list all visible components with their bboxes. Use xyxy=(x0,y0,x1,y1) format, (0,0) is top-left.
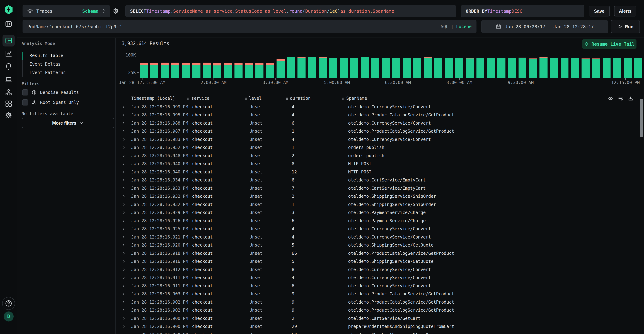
histogram-bar[interactable] xyxy=(329,54,337,78)
histogram-bar[interactable] xyxy=(308,54,316,78)
row-expand-chevron-icon[interactable] xyxy=(122,113,125,117)
sql-orderby-input[interactable]: ORDER BY Timestamp DESC xyxy=(461,5,584,17)
histogram-bar[interactable] xyxy=(466,54,474,78)
histogram-bar[interactable] xyxy=(634,54,642,78)
table-row[interactable]: Jan 28 12:28:16.987 PMcheckoutUnset1otel… xyxy=(122,127,637,136)
row-expand-chevron-icon[interactable] xyxy=(122,202,125,207)
histogram-bar[interactable] xyxy=(476,54,484,78)
settings-gear-icon[interactable] xyxy=(5,111,12,119)
search-nav-icon[interactable] xyxy=(2,35,15,46)
table-row[interactable]: Jan 28 12:28:16.916 PMcheckoutUnset5otel… xyxy=(122,258,637,266)
histogram-bar[interactable] xyxy=(298,54,306,78)
histogram-bar[interactable] xyxy=(455,54,464,78)
histogram-bar[interactable] xyxy=(392,54,400,78)
histogram-bar[interactable] xyxy=(529,54,537,78)
denoise-results-checkbox-row[interactable]: Denoise Results xyxy=(22,89,79,95)
histogram-bar[interactable] xyxy=(350,54,358,78)
row-expand-chevron-icon[interactable] xyxy=(122,194,125,198)
chart-explorer-icon[interactable] xyxy=(5,50,12,57)
row-expand-chevron-icon[interactable] xyxy=(122,170,125,174)
row-expand-chevron-icon[interactable] xyxy=(122,154,125,158)
row-expand-chevron-icon[interactable] xyxy=(122,219,125,223)
root-spans-checkbox-row[interactable]: Root Spans Only xyxy=(22,99,79,105)
histogram-bar[interactable] xyxy=(487,54,495,78)
histogram-bar[interactable] xyxy=(434,54,442,78)
dashboards-grid-icon[interactable] xyxy=(5,100,12,108)
row-expand-chevron-icon[interactable] xyxy=(122,333,125,334)
column-drag-grip-icon[interactable] xyxy=(187,96,190,100)
table-row[interactable]: Jan 28 12:28:16.900 PMcheckoutUnset50ote… xyxy=(122,331,637,334)
row-expand-chevron-icon[interactable] xyxy=(122,137,125,142)
table-row[interactable]: Jan 28 12:28:16.925 PMcheckoutUnset4otel… xyxy=(122,225,637,233)
collapse-sidebar-icon[interactable] xyxy=(5,20,12,28)
histogram-bar[interactable] xyxy=(161,54,169,78)
table-row[interactable]: Jan 28 12:28:16.903 PMcheckoutUnset9otel… xyxy=(122,290,637,298)
root-spans-checkbox[interactable] xyxy=(22,99,28,105)
row-expand-chevron-icon[interactable] xyxy=(122,251,125,256)
histogram-bar[interactable] xyxy=(256,54,264,78)
run-button[interactable]: Run xyxy=(611,20,640,33)
table-row[interactable]: Jan 28 12:28:16.920 PMcheckoutUnset5otel… xyxy=(122,241,637,249)
row-expand-chevron-icon[interactable] xyxy=(122,162,125,166)
row-expand-chevron-icon[interactable] xyxy=(122,105,125,109)
histogram-bar[interactable] xyxy=(192,54,200,78)
table-row[interactable]: Jan 28 12:28:16.940 PMcheckoutUnset12HTT… xyxy=(122,168,637,176)
row-expand-chevron-icon[interactable] xyxy=(122,300,125,304)
histogram-bar[interactable] xyxy=(498,54,506,78)
sql-select-input[interactable]: SELECT Timestamp, ServiceName as service… xyxy=(125,5,456,17)
row-expand-chevron-icon[interactable] xyxy=(122,121,125,125)
table-row[interactable]: Jan 28 12:28:16.911 PMcheckoutUnset6otel… xyxy=(122,282,637,290)
histogram-bar[interactable] xyxy=(550,54,558,78)
alerts-button[interactable]: Alerts xyxy=(614,6,636,16)
hyperdx-logo-icon[interactable] xyxy=(4,5,14,15)
table-row[interactable]: Jan 28 12:28:16.940 PMcheckoutUnset8HTTP… xyxy=(122,160,637,168)
histogram-bar[interactable] xyxy=(276,54,284,78)
histogram-bar[interactable] xyxy=(624,54,632,78)
histogram-bar[interactable] xyxy=(413,54,421,78)
histogram-bar[interactable] xyxy=(603,54,611,78)
histogram-bar[interactable] xyxy=(140,54,148,78)
table-row[interactable]: Jan 28 12:28:16.933 PMcheckoutUnset7otel… xyxy=(122,184,637,192)
table-row[interactable]: Jan 28 12:28:16.900 PMcheckoutUnset2otel… xyxy=(122,314,637,323)
table-row[interactable]: Jan 28 12:28:16.952 PMcheckoutUnset1orde… xyxy=(122,144,637,152)
table-row[interactable]: Jan 28 12:28:16.948 PMcheckoutUnset2orde… xyxy=(122,152,637,160)
histogram-bar[interactable] xyxy=(287,54,295,78)
denoise-checkbox[interactable] xyxy=(22,89,28,95)
time-range-picker[interactable]: Jan 28 00:28:17 - Jan 28 12:28:17 xyxy=(481,20,608,33)
column-header-spanname[interactable]: SpanName xyxy=(342,96,604,101)
help-icon[interactable] xyxy=(2,297,15,310)
histogram-bar[interactable] xyxy=(518,54,526,78)
column-header-timestamp-local-[interactable]: Timestamp (Local) xyxy=(131,96,190,101)
column-header-level[interactable]: level xyxy=(244,96,286,101)
table-row[interactable]: Jan 28 12:28:16.988 PMcheckoutUnset6otel… xyxy=(122,119,637,127)
histogram-bar[interactable] xyxy=(171,54,179,78)
row-expand-chevron-icon[interactable] xyxy=(122,276,125,280)
histogram-bar[interactable] xyxy=(592,54,600,78)
row-expand-chevron-icon[interactable] xyxy=(122,178,125,182)
language-lucene-toggle[interactable]: Lucene xyxy=(456,24,472,29)
language-sql-toggle[interactable]: SQL xyxy=(441,24,448,29)
sessions-laptop-icon[interactable] xyxy=(5,76,12,83)
row-expand-chevron-icon[interactable] xyxy=(122,308,125,312)
row-expand-chevron-icon[interactable] xyxy=(122,210,125,215)
table-row[interactable]: Jan 28 12:28:16.983 PMcheckoutUnset4otel… xyxy=(122,135,637,144)
histogram-bar[interactable] xyxy=(508,54,516,78)
histogram-bar[interactable] xyxy=(382,54,390,78)
column-drag-grip-icon[interactable] xyxy=(244,96,247,100)
histogram-bar[interactable] xyxy=(150,54,158,78)
table-row[interactable]: Jan 28 12:28:16.932 PMcheckoutUnset1otel… xyxy=(122,200,637,209)
row-expand-chevron-icon[interactable] xyxy=(122,186,125,190)
row-expand-chevron-icon[interactable] xyxy=(122,235,125,239)
source-selector[interactable]: Traces Schema xyxy=(22,5,110,17)
row-expand-chevron-icon[interactable] xyxy=(122,268,125,272)
table-row[interactable]: Jan 28 12:28:16.995 PMcheckoutUnset4otel… xyxy=(122,111,637,119)
row-expand-chevron-icon[interactable] xyxy=(122,292,125,296)
table-row[interactable]: Jan 28 12:28:16.902 PMcheckoutUnset9otel… xyxy=(122,298,637,306)
vertical-scrollbar[interactable] xyxy=(640,99,643,137)
histogram-bar[interactable] xyxy=(213,54,222,78)
row-expand-chevron-icon[interactable] xyxy=(122,227,125,231)
user-avatar[interactable]: D xyxy=(4,312,14,322)
histogram-bar[interactable] xyxy=(403,54,411,78)
histogram-bar[interactable] xyxy=(371,54,379,78)
analysis-mode-event-deltas[interactable]: Event Deltas xyxy=(30,60,60,68)
